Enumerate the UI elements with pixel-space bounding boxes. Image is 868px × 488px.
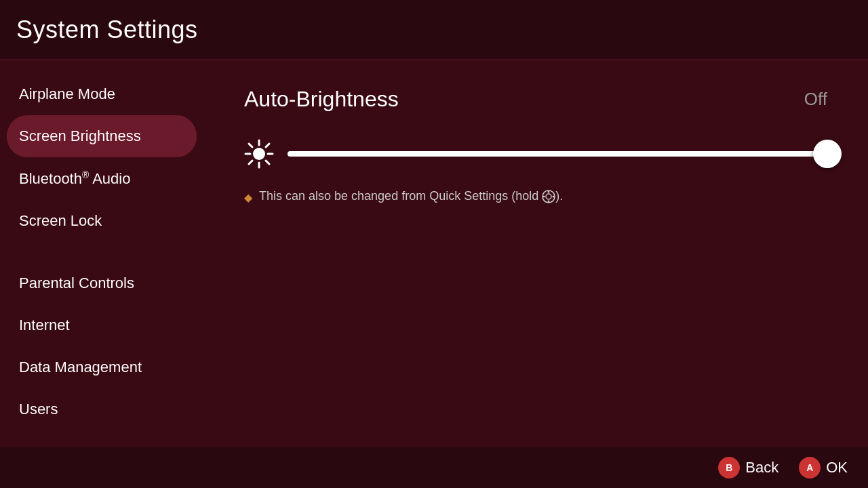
svg-line-7 [266,144,269,147]
info-text: ◆ This can also be changed from Quick Se… [244,189,827,204]
svg-point-14 [553,196,555,198]
svg-line-6 [266,161,269,164]
brightness-slider-container [244,139,827,169]
a-button-icon: A [799,457,821,479]
svg-point-10 [546,194,551,199]
sidebar-item-parental-controls[interactable]: Parental Controls [0,262,203,304]
sidebar-item-airplane-mode[interactable]: Airplane Mode [0,73,203,115]
auto-brightness-value: Off [804,89,827,110]
svg-line-8 [249,161,252,164]
back-label: Back [745,459,778,476]
sidebar-item-users[interactable]: Users [0,388,203,430]
ok-label: OK [826,459,848,476]
brightness-slider-track[interactable] [288,151,827,157]
ok-button[interactable]: A OK [799,457,848,479]
sidebar-item-internet[interactable]: Internet [0,304,203,346]
footer: B Back A OK [0,447,868,488]
brightness-slider-thumb[interactable] [813,140,842,168]
main-content: Airplane Mode Screen Brightness Bluetoot… [0,60,868,447]
sidebar: Airplane Mode Screen Brightness Bluetoot… [0,60,203,447]
sidebar-item-data-management[interactable]: Data Management [0,346,203,388]
auto-brightness-label: Auto-Brightness [244,87,399,112]
svg-point-12 [548,201,550,203]
sidebar-item-screen-brightness[interactable]: Screen Brightness [7,115,197,157]
sun-icon [244,139,274,169]
page-title: System Settings [16,16,198,44]
diamond-icon: ◆ [244,191,252,204]
b-button-icon: B [718,457,740,479]
header: System Settings [0,0,868,60]
svg-line-5 [249,144,252,147]
brightness-slider-fill [288,151,827,157]
sidebar-item-bluetooth-audio[interactable]: Bluetooth® Audio [0,157,203,200]
right-panel: Auto-Brightness Off [203,60,868,447]
auto-brightness-row: Auto-Brightness Off [244,87,827,112]
svg-point-11 [548,191,550,193]
svg-point-0 [253,148,265,160]
sidebar-item-screen-lock[interactable]: Screen Lock [0,200,203,242]
back-button[interactable]: B Back [718,457,778,479]
sidebar-spacer [0,242,203,262]
svg-point-13 [543,196,545,198]
info-text-content: This can also be changed from Quick Sett… [259,189,563,203]
